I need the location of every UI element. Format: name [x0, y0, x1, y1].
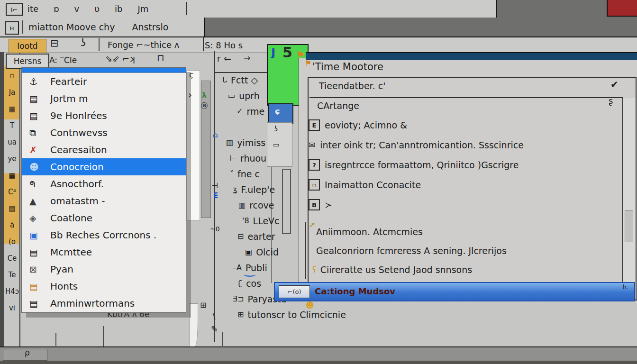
menu-entry[interactable]: v: [74, 4, 80, 14]
middle-list-item[interactable]: ⊞ tutonscr to Climcicnie: [216, 307, 372, 322]
menu-item-icon: ▲: [29, 196, 50, 206]
context-menu-item[interactable]: ▤ Mcmttee: [22, 244, 186, 261]
menu-entry[interactable]: ʋ: [94, 4, 100, 14]
tab-hersns[interactable]: Hersns: [6, 54, 49, 69]
ribbon-check-icons[interactable]: ⇘⇙ ⌐ʞ: [105, 54, 135, 64]
rail-tool-icon[interactable]: (o: [4, 233, 20, 250]
rail-tool-icon[interactable]: ▦: [4, 100, 20, 117]
panel-row[interactable]: ▫ Inaimatton Cconacite: [309, 175, 617, 195]
menu-item-label: Contnwevss: [50, 127, 108, 138]
window-bottom-edge: [0, 361, 637, 364]
menu-scroll-thumb[interactable]: [201, 81, 211, 218]
middle-item-icon: Ǝ⊐: [233, 294, 244, 303]
middle-item-label: cos: [246, 278, 261, 289]
context-menu-item[interactable]: ᖗ Asnocthorf.: [22, 175, 186, 192]
context-menu-item[interactable]: ▤ Amminwrtormans: [22, 295, 186, 312]
rail-tool-icon[interactable]: ▤: [4, 200, 20, 217]
menu-item-label: Fearteir: [50, 76, 87, 87]
panel-separator: [309, 97, 623, 98]
menu-item-label: Mcmttee: [50, 246, 92, 258]
menubar-divider: [186, 2, 187, 15]
panel-field-2[interactable]: CArtange: [317, 100, 359, 111]
menu-item-label: omatastm -: [50, 195, 105, 207]
context-menu-item[interactable]: ▤ Honts: [22, 278, 186, 295]
grid-box-icon: ⊞: [200, 301, 206, 309]
column-line-2: [103, 326, 104, 347]
rail-tool-icon[interactable]: ye: [4, 150, 20, 167]
middle-item-label: tutonscr to Climcicnie: [247, 309, 346, 320]
menu-entry[interactable]: Jm: [137, 4, 148, 14]
panel-scrollbar-thumb[interactable]: [625, 210, 633, 242]
menu-item-icon: ▤: [29, 93, 50, 104]
confirm-check-icon: ✔: [610, 80, 619, 89]
rail-tool-icon[interactable]: C⁴: [4, 183, 20, 200]
panel-row[interactable]: B ≻: [309, 195, 617, 215]
middle-item-label: earter: [247, 231, 275, 242]
middle-item-label: rhuoul: [240, 153, 269, 164]
context-menu-item[interactable]: ▲ omatastm -: [22, 192, 186, 209]
menu-item-icon: ▤: [29, 110, 50, 121]
context-menu-item[interactable]: ☻ Conocreion: [22, 158, 186, 175]
middle-item-icon: ⊞: [237, 310, 244, 319]
context-menu-item[interactable]: ▤ 9e Honlrées: [22, 107, 186, 124]
panel-row-label: inter oink tr; Can'anntromicantion. Sssc…: [320, 140, 524, 150]
rail-tool-icon[interactable]: Ja: [4, 84, 20, 100]
panel-sub-row[interactable]: Aniimmoon. Atcmcmies: [312, 222, 616, 241]
menubar-2-entry[interactable]: Anstrslo: [132, 22, 168, 32]
panel-row[interactable]: ? isregntrcce formaattom, Qriniitco )Gsc…: [309, 155, 617, 175]
strip-stigma-glyph: ϛ: [189, 71, 193, 79]
context-menu-item[interactable]: ▣ Bb Reches Corrcnons .: [22, 227, 186, 244]
rail-tool-icon[interactable]: H4ɔ: [4, 283, 20, 300]
context-menu-item[interactable]: ⊠ Pyan: [22, 261, 186, 278]
middle-item-icon: ˅: [230, 169, 234, 178]
middle-item-icon: ▥: [238, 200, 246, 209]
panel-sub-row[interactable]: Gealconriorn fcmreress A sening. Jlcreri…: [312, 241, 616, 260]
panel-row[interactable]: E eovioty; Acimno &: [309, 115, 617, 135]
tab-tools[interactable]: Iootd: [9, 39, 46, 53]
menu-entry[interactable]: ib: [115, 4, 122, 14]
hersns-box-icon: ⊓: [157, 53, 164, 63]
rail-tool-icon[interactable]: Ce: [4, 250, 20, 266]
context-menu-item[interactable]: ✗ Cearesaiton: [22, 141, 186, 158]
menu-item-icon: ⊠: [29, 264, 50, 274]
selected-item-bar[interactable]: ⌐(o) Ca:tiong Mudsov: [274, 282, 635, 301]
menubar-2: ʜ miatton Moove chyAnstrslo: [0, 18, 637, 37]
menu-item-icon: ▣: [29, 230, 50, 240]
menubar-2-entry[interactable]: miatton Moove chy: [28, 22, 115, 32]
rail-tool-icon[interactable]: ua: [4, 134, 20, 150]
close-button[interactable]: [607, 0, 637, 17]
panel-row[interactable]: ✉ inter oink tr; Can'anntromicantion. Ss…: [309, 135, 617, 155]
context-menu-item[interactable]: ▤ Jortm m: [22, 90, 186, 107]
menu-entry[interactable]: ɒ: [54, 4, 59, 14]
window-glyph-icon: ʜ: [5, 21, 19, 35]
context-menu-item[interactable]: ⧉ Contnwevss: [22, 124, 186, 141]
panel-title: 'Time Mootore: [312, 61, 383, 73]
middle-item-icon: ⊟: [237, 232, 244, 241]
middle-item-label: uprh: [239, 91, 260, 101]
rail-tool-icon[interactable]: vi: [4, 300, 20, 316]
panel-sub-row-label: Gealconriorn fcmreress A sening. Jlcreri…: [316, 246, 507, 256]
panel-field-1[interactable]: Tieendatber. c': [319, 81, 385, 91]
rail-tool-icon[interactable]: Te: [4, 266, 20, 283]
middle-item-icon: ʗ: [238, 279, 242, 288]
rail-tool-icon[interactable]: ▫: [4, 67, 20, 84]
blue-tool-button[interactable]: [268, 103, 293, 124]
swoosh-glyph: ‿: [245, 264, 255, 276]
context-menu-item[interactable]: ◈ Coatlone: [22, 209, 186, 227]
middle-item-label: rcove: [249, 200, 274, 210]
rail-tool-icon[interactable]: ā: [4, 217, 20, 233]
forward-arrow-icon: →: [244, 54, 250, 62]
ribbon-sub-label: A: ‾CIe: [49, 55, 77, 65]
panel-sub-row[interactable]: ʕ Ciireratte us Setend Jaod snnsons: [312, 260, 616, 279]
panel-subrow-list: Aniimmoon. Atcmcmies Gealconriorn fcmrer…: [305, 222, 616, 279]
rail-tool-icon[interactable]: T: [4, 117, 20, 134]
panel-title-band: [306, 52, 637, 60]
tack-left-icon: ⊣: [211, 182, 218, 190]
rail-tool-icon[interactable]: ▦: [4, 167, 20, 183]
menu-entry[interactable]: ite: [27, 4, 38, 14]
panel-scrollbar-track[interactable]: [622, 98, 636, 299]
pen-icon: ✎: [211, 325, 218, 334]
context-menu-item[interactable]: ⚓ Fearteir: [22, 73, 186, 90]
menu-item-icon: ▤: [29, 281, 50, 291]
wrench-icon: ʂ: [609, 97, 613, 105]
